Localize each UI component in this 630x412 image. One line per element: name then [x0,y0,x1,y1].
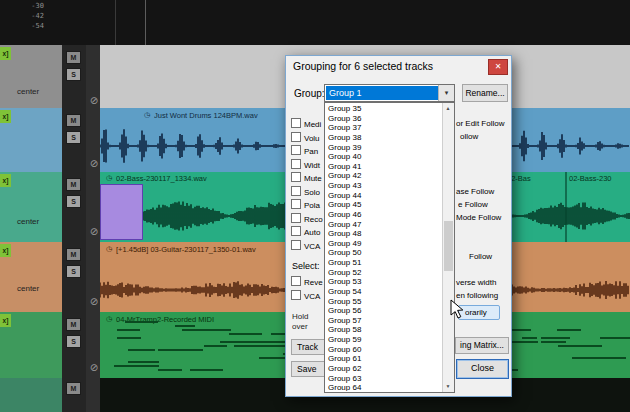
checkbox-row[interactable]: VCA [291,290,320,302]
group-option[interactable]: Group 48 [325,229,443,239]
checkbox[interactable] [291,290,301,300]
mute-button[interactable]: M [66,178,81,191]
phase-icon[interactable]: ⊘ [88,95,100,107]
fx-badge[interactable]: x] [0,47,11,60]
checkbox-row[interactable]: VCA [291,240,320,252]
group-option[interactable]: Group 46 [325,210,443,220]
group-option[interactable]: Group 62 [325,364,443,374]
group-option[interactable]: Group 49 [325,239,443,249]
mute-button[interactable]: M [66,248,81,261]
group-option[interactable]: Group 36 [325,114,443,124]
dropdown-scrollbar[interactable]: ▲ ▼ [442,103,454,392]
midi-item-purple[interactable] [100,184,143,240]
checkbox[interactable] [291,199,301,209]
group-option[interactable]: Group 53 [325,277,443,287]
mute-button[interactable]: M [66,318,81,331]
checkbox-row[interactable]: Reco [291,213,323,225]
pan-label: center [17,284,39,293]
phase-icon[interactable]: ⊘ [88,296,100,308]
checkbox-label: Volu [304,134,320,143]
group-combobox[interactable]: Group 1 ▾ [324,84,455,102]
select-label: Select: [292,261,320,271]
meter-scale: -30 -42 -54 [24,1,44,31]
reaper-app: -30 -42 -54 x] x] x] x] x] center center… [0,0,630,412]
checkbox-row[interactable]: Pan [291,145,318,157]
checkbox-row[interactable]: Mute [291,172,322,184]
checkbox-row[interactable]: Volu [291,132,320,144]
group-option[interactable]: Group 43 [325,181,443,191]
fx-badge[interactable]: x] [0,174,11,187]
group-option[interactable]: Group 39 [325,143,443,153]
group-option[interactable]: Group 56 [325,306,443,316]
phase-icon[interactable]: ⊘ [88,362,100,374]
group-option[interactable]: Group 57 [325,316,443,326]
checkbox-row[interactable]: Widt [291,159,320,171]
checkbox-label: Reco [304,215,323,224]
checkbox[interactable] [291,276,301,286]
close-icon[interactable]: ✕ [488,59,508,75]
group-option[interactable]: Group 44 [325,191,443,201]
group-label: Group: [294,88,325,99]
checkbox[interactable] [291,159,301,169]
checkbox[interactable] [291,240,301,250]
grouping-matrix-button[interactable]: ing Matrix... [455,337,509,354]
group-option[interactable]: Group 59 [325,335,443,345]
scroll-up-icon[interactable]: ▲ [443,103,453,114]
mute-button[interactable]: M [66,51,81,64]
checkbox[interactable] [291,186,301,196]
phase-icon[interactable]: ⊘ [88,226,100,238]
group-option[interactable]: Group 35 [325,104,443,114]
clip-label-bass-right-1: 02-Bas [507,174,563,183]
checkbox[interactable] [291,226,301,236]
scrollbar-thumb[interactable] [444,221,453,271]
solo-button[interactable]: S [66,131,81,144]
checkbox-row[interactable]: Reve [291,276,323,288]
group-option[interactable]: Group 61 [325,354,443,364]
group-option[interactable]: Group 37 [325,123,443,133]
phase-icon[interactable]: ⊘ [88,158,100,170]
group-option[interactable]: Group 51 [325,258,443,268]
hint-line: Hold [292,312,308,321]
solo-button[interactable]: S [66,68,81,81]
group-option[interactable]: Group 63 [325,374,443,384]
group-option[interactable]: Group 54 [325,287,443,297]
edit-cursor-line [145,0,146,45]
close-button[interactable]: Close [456,359,509,379]
group-option[interactable]: Group 60 [325,345,443,355]
checkbox-row[interactable]: Medi [291,118,321,130]
group-option[interactable]: Group 45 [325,200,443,210]
group-option[interactable]: Group 42 [325,171,443,181]
fx-badge[interactable]: x] [0,314,11,327]
mouse-cursor [450,299,466,321]
rename-button[interactable]: Rename... [462,84,508,102]
solo-button[interactable]: S [66,195,81,208]
scroll-down-icon[interactable]: ▼ [443,381,453,392]
checkbox[interactable] [291,132,301,142]
fx-badge[interactable]: x] [0,244,11,257]
mute-button[interactable]: M [66,382,81,395]
group-option[interactable]: Group 38 [325,133,443,143]
group-option[interactable]: Group 40 [325,152,443,162]
group-option[interactable]: Group 52 [325,268,443,278]
group-option[interactable]: Group 41 [325,162,443,172]
group-option[interactable]: Group 50 [325,248,443,258]
checkbox[interactable] [291,118,301,128]
group-option[interactable]: Group 64 [325,383,443,391]
checkbox-row[interactable]: Pola [291,199,320,211]
fx-badge[interactable]: x] [0,110,11,123]
group-option[interactable]: Group 58 [325,325,443,335]
checkbox[interactable] [291,145,301,155]
checkbox-row[interactable]: Auto [291,226,320,238]
mute-button[interactable]: M [66,114,81,127]
checkbox[interactable] [291,213,301,223]
dialog-title[interactable]: Grouping for 6 selected tracks [293,60,433,72]
group-option[interactable]: Group 55 [325,297,443,307]
group-option[interactable]: Group 47 [325,220,443,230]
checkbox-row[interactable]: Solo [291,186,320,198]
checkbox[interactable] [291,172,301,182]
chevron-down-icon[interactable]: ▾ [438,85,454,101]
track-panel-6[interactable] [0,378,62,412]
group-dropdown-list[interactable]: Group 35Group 36Group 37Group 38Group 39… [324,102,455,393]
solo-button[interactable]: S [66,265,81,278]
solo-button[interactable]: S [66,335,81,348]
